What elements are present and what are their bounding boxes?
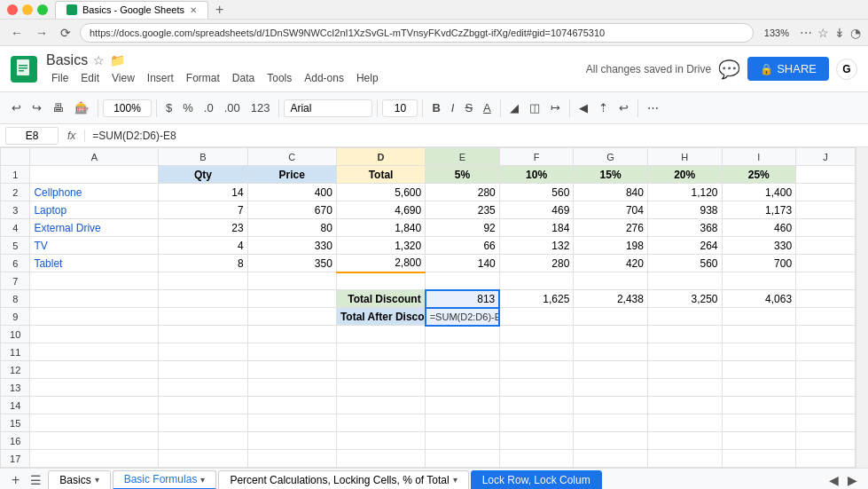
redo-button[interactable]: ↪	[27, 98, 46, 118]
cell-b5[interactable]: 4	[159, 237, 247, 255]
cell-c1[interactable]: Price	[247, 166, 336, 184]
col-header-a[interactable]: A	[30, 148, 159, 166]
col-header-g[interactable]: G	[574, 148, 648, 166]
cell-b4[interactable]: 23	[159, 219, 247, 237]
cell-j8[interactable]	[796, 290, 856, 308]
cell-e9[interactable]: =SUM(D2:D6)-E8	[426, 308, 500, 326]
cell-a8[interactable]	[30, 290, 159, 308]
cell-g6[interactable]: 420	[574, 255, 648, 272]
comment-button[interactable]: 💬	[718, 59, 740, 80]
cell-b10[interactable]	[159, 326, 247, 343]
vertical-scrollbar[interactable]	[856, 147, 868, 468]
cell-f5[interactable]: 132	[499, 237, 574, 255]
cell-i1[interactable]: 25%	[722, 166, 796, 184]
cell-g9[interactable]	[574, 308, 648, 326]
cell-h1[interactable]: 20%	[647, 166, 722, 184]
tab-close-icon[interactable]: ✕	[190, 5, 197, 15]
undo-button[interactable]: ↩	[7, 98, 26, 118]
col-header-e[interactable]: E	[426, 148, 500, 166]
cell-g8[interactable]: 2,438	[574, 290, 648, 308]
menu-edit[interactable]: Edit	[75, 70, 105, 86]
cell-f7[interactable]	[499, 272, 574, 290]
currency-button[interactable]: $	[161, 98, 176, 118]
col-header-j[interactable]: J	[796, 148, 856, 166]
sheet-scroll-left-button[interactable]: ◀	[825, 471, 842, 489]
cell-d8[interactable]: Total Discount	[336, 290, 425, 308]
cell-c3[interactable]: 670	[247, 201, 336, 219]
cell-b1[interactable]: Qty	[159, 166, 247, 184]
col-header-h[interactable]: H	[647, 148, 722, 166]
cell-i6[interactable]: 700	[722, 255, 796, 272]
cell-f10[interactable]	[499, 326, 574, 343]
cell-e1[interactable]: 5%	[426, 166, 500, 184]
download-button[interactable]: ↡	[834, 26, 845, 40]
cell-c10[interactable]	[247, 326, 336, 343]
menu-data[interactable]: Data	[227, 70, 260, 86]
cell-d2[interactable]: 5,600	[336, 184, 425, 201]
menu-tools[interactable]: Tools	[262, 70, 297, 86]
wrap-button[interactable]: ↩	[614, 98, 633, 118]
cell-h8[interactable]: 3,250	[647, 290, 722, 308]
col-header-d[interactable]: D	[336, 148, 425, 166]
cell-a1[interactable]	[30, 166, 159, 184]
paint-format-button[interactable]: 🎰	[70, 98, 93, 118]
cell-j1[interactable]	[796, 166, 856, 184]
cell-f3[interactable]: 469	[499, 201, 574, 219]
cell-g4[interactable]: 276	[574, 219, 648, 237]
sheet-tab-percent[interactable]: Percent Calculations, Locking Cells, % o…	[218, 470, 468, 490]
cell-d10[interactable]	[336, 326, 425, 343]
cell-j6[interactable]	[796, 255, 856, 272]
maximize-button[interactable]	[37, 4, 48, 15]
cell-b6[interactable]: 8	[159, 255, 247, 272]
cell-h4[interactable]: 368	[647, 219, 722, 237]
browser-tab[interactable]: Basics - Google Sheets ✕	[55, 1, 208, 19]
cell-e7[interactable]	[426, 272, 500, 290]
bold-button[interactable]: B	[427, 98, 444, 118]
align-button[interactable]: ⁣◀	[575, 98, 592, 118]
cell-b7[interactable]	[159, 272, 247, 290]
url-box[interactable]: https://docs.google.com/spreadsheets/d/1…	[80, 23, 754, 43]
cell-j10[interactable]	[796, 326, 856, 343]
merge-button[interactable]: ↦	[546, 98, 565, 118]
cell-j3[interactable]	[796, 201, 856, 219]
cell-g7[interactable]	[574, 272, 648, 290]
strikethrough-button[interactable]: S	[460, 98, 477, 118]
refresh-button[interactable]: ⟳	[57, 24, 74, 42]
cell-a9[interactable]	[30, 308, 159, 326]
cell-c7[interactable]	[247, 272, 336, 290]
menu-help[interactable]: Help	[351, 70, 384, 86]
cell-i4[interactable]: 460	[722, 219, 796, 237]
cell-a6[interactable]: Tablet	[30, 255, 159, 272]
cell-i3[interactable]: 1,173	[722, 201, 796, 219]
decimal-increase-button[interactable]: .00	[220, 98, 245, 118]
cell-e2[interactable]: 280	[426, 184, 500, 201]
cell-d1[interactable]: Total	[336, 166, 425, 184]
cell-a3[interactable]: Laptop	[30, 201, 159, 219]
menu-format[interactable]: Format	[181, 70, 225, 86]
cell-g5[interactable]: 198	[574, 237, 648, 255]
cell-i10[interactable]	[722, 326, 796, 343]
cell-g3[interactable]: 704	[574, 201, 648, 219]
cell-c5[interactable]: 330	[247, 237, 336, 255]
star-icon[interactable]: ☆	[93, 53, 105, 67]
cell-a7[interactable]	[30, 272, 159, 290]
cell-e5[interactable]: 66	[426, 237, 500, 255]
share-button[interactable]: 🔒 SHARE	[747, 57, 829, 81]
more-toolbar-button[interactable]: ⋯	[643, 98, 663, 118]
cell-e6[interactable]: 140	[426, 255, 500, 272]
back-button[interactable]: ←	[7, 24, 27, 42]
cell-h6[interactable]: 560	[647, 255, 722, 272]
cell-i5[interactable]: 330	[722, 237, 796, 255]
cell-h9[interactable]	[647, 308, 722, 326]
cell-h2[interactable]: 1,120	[647, 184, 722, 201]
cell-a5[interactable]: TV	[30, 237, 159, 255]
cell-b2[interactable]: 14	[159, 184, 247, 201]
cell-d6[interactable]: 2,800	[336, 255, 425, 272]
cell-b3[interactable]: 7	[159, 201, 247, 219]
cell-j4[interactable]	[796, 219, 856, 237]
cell-i7[interactable]	[722, 272, 796, 290]
cell-i2[interactable]: 1,400	[722, 184, 796, 201]
cell-j7[interactable]	[796, 272, 856, 290]
close-button[interactable]	[7, 4, 18, 15]
cell-d9[interactable]: Total After Discour	[336, 308, 425, 326]
